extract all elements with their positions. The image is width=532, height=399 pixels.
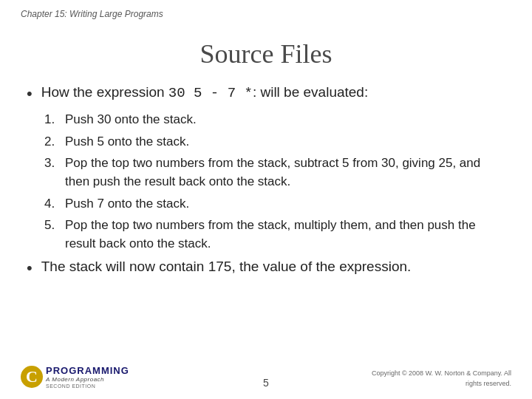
chapter-title: Chapter 15: Writing Large Programs	[21, 9, 163, 19]
logo-programming: PROGRAMMING	[46, 366, 129, 375]
numbered-item-2: 2. Push 5 onto the stack.	[44, 133, 505, 151]
item-num-4: 4.	[44, 195, 65, 214]
slide-title: Source Files	[0, 38, 532, 69]
bullet-item-2: • The stack will now contain 175, the va…	[27, 257, 505, 278]
item-text-4: Push 7 onto the stack.	[65, 195, 189, 214]
item-num-2: 2.	[44, 133, 65, 151]
item-text-5: Pop the top two numbers from the stack, …	[65, 216, 505, 253]
logo-edition: Second Edition	[46, 383, 129, 389]
numbered-item-5: 5. Pop the top two numbers from the stac…	[44, 216, 505, 253]
bullet-item-1: • How the expression 30 5 - 7 *: will be…	[27, 83, 505, 103]
item-num-1: 1.	[44, 111, 65, 129]
item-num-3: 3.	[44, 154, 65, 173]
content-area: • How the expression 30 5 - 7 *: will be…	[0, 83, 532, 278]
bullet-text-2: The stack will now contain 175, the valu…	[41, 257, 412, 277]
item-num-5: 5.	[44, 216, 65, 235]
chapter-header: Chapter 15: Writing Large Programs	[21, 9, 163, 19]
slide: Chapter 15: Writing Large Programs Sourc…	[0, 0, 532, 399]
bullet-dot-1: •	[27, 84, 33, 103]
logo-c: C PROGRAMMING A Modern Approach Second E…	[21, 366, 129, 389]
item-text-2: Push 5 onto the stack.	[65, 133, 189, 151]
copyright: Copyright © 2008 W. W. Norton & Company.…	[364, 369, 511, 389]
logo-area: C PROGRAMMING A Modern Approach Second E…	[21, 366, 129, 389]
bullet-dot-2: •	[27, 259, 33, 278]
page-number: 5	[263, 377, 269, 389]
code-expression: 30 5 - 7 *	[168, 85, 253, 101]
item-text-1: Push 30 onto the stack.	[65, 111, 197, 129]
logo-text-block: PROGRAMMING A Modern Approach Second Edi…	[46, 366, 129, 389]
numbered-list: 1. Push 30 onto the stack. 2. Push 5 ont…	[44, 111, 505, 253]
logo-subtitle: A Modern Approach	[46, 375, 129, 383]
numbered-item-4: 4. Push 7 onto the stack.	[44, 195, 505, 214]
numbered-item-3: 3. Pop the top two numbers from the stac…	[44, 154, 505, 191]
logo-c-letter: C	[21, 366, 43, 388]
numbered-item-1: 1. Push 30 onto the stack.	[44, 111, 505, 129]
bullet-text-1: How the expression 30 5 - 7 *: will be e…	[41, 83, 369, 103]
item-text-3: Pop the top two numbers from the stack, …	[65, 154, 505, 191]
